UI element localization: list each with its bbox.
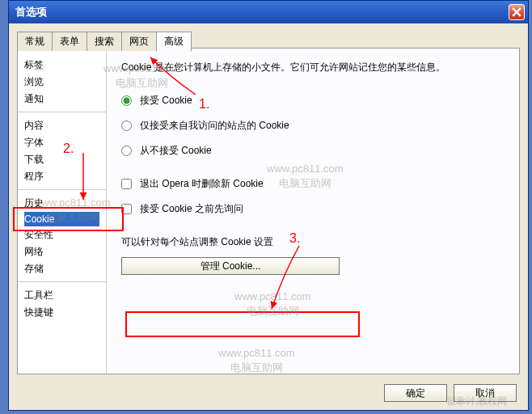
sidebar-item-shortcut[interactable]: 快捷键 [24, 304, 99, 321]
annotation-arrow-2 [77, 150, 101, 206]
sidebar-item-content[interactable]: 内容 [24, 117, 99, 134]
check-delete-on-exit[interactable] [121, 179, 132, 189]
radio-accept[interactable] [121, 95, 132, 106]
window-title: 首选项 [15, 5, 509, 19]
tab-webpage[interactable]: 网页 [121, 32, 157, 51]
sidebar-item-cookie[interactable]: Cookie [24, 212, 99, 226]
sidebar-item-tabs[interactable]: 标签 [24, 57, 99, 74]
ok-button[interactable]: 确定 [384, 384, 447, 402]
sidebar-item-browse[interactable]: 浏览 [24, 74, 99, 91]
sidebar-item-toolbar[interactable]: 工具栏 [24, 287, 99, 304]
annotation-arrow-3 [267, 243, 315, 315]
sidebar: 标签 浏览 通知 内容 字体 下载 程序 历史 Cookie 安全性 网络 存储 [18, 49, 107, 374]
cancel-button[interactable]: 取消 [454, 384, 517, 402]
radio-accept-visited-label: 仅接受来自我访问的站点的 Cookie [140, 119, 289, 133]
radio-never-label: 从不接受 Cookie [140, 144, 212, 158]
annotation-step-2: 2. [63, 142, 74, 156]
annotation-arrow-1 [146, 53, 210, 101]
sidebar-item-security[interactable]: 安全性 [24, 226, 99, 243]
radio-accept-visited[interactable] [121, 120, 132, 131]
close-icon [512, 7, 521, 17]
tab-forms[interactable]: 表单 [52, 32, 87, 51]
sidebar-item-font[interactable]: 字体 [24, 134, 99, 151]
tab-search[interactable]: 搜索 [87, 32, 122, 51]
radio-never[interactable] [121, 146, 132, 156]
close-button[interactable] [509, 4, 525, 20]
check-ask-before-label: 接受 Cookie 之前先询问 [140, 202, 243, 216]
tab-advanced[interactable]: 高级 [156, 32, 192, 52]
sidebar-item-notify[interactable]: 通知 [24, 91, 99, 108]
titlebar: 首选项 [9, 1, 528, 23]
sidebar-item-storage[interactable]: 存储 [24, 260, 99, 277]
check-delete-on-exit-label: 退出 Opera 时删除新 Cookie [140, 177, 264, 191]
check-ask-before[interactable] [121, 204, 132, 214]
tab-general[interactable]: 常规 [17, 32, 53, 51]
sidebar-item-network[interactable]: 网络 [24, 243, 99, 260]
tab-bar: 常规 表单 搜索 网页 高级 [17, 32, 520, 51]
